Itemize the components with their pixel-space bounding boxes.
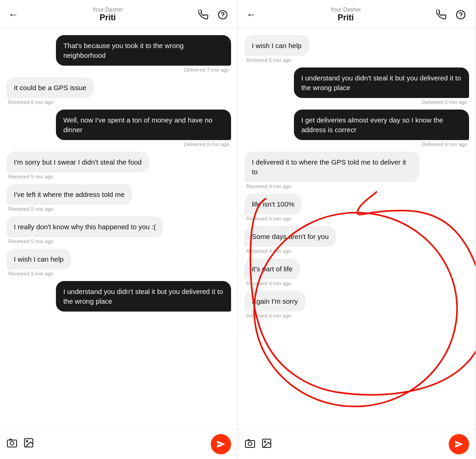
right-message-7: it's part of life Received 4 min ago	[244, 258, 469, 286]
right-bubble-3: I get deliveries almost every day so I k…	[294, 110, 469, 140]
left-camera-icon[interactable]	[6, 437, 18, 451]
left-timestamp-6: Received 5 min ago	[6, 239, 55, 244]
right-bubble-8: Again I'm sorry	[244, 291, 305, 312]
left-header: ← Your Dasher Priti	[0, 0, 238, 29]
left-timestamp-1: Delivered 7 min ago	[182, 67, 231, 73]
left-header-name: Priti	[92, 13, 123, 23]
right-phone-icon[interactable]	[435, 8, 448, 21]
right-bubble-2: I understand you didn't steal it but you…	[294, 67, 469, 98]
right-message-8: Again I'm sorry Received 4 min ago	[244, 291, 469, 318]
svg-point-3	[10, 441, 14, 445]
left-bubble-3: Well, now I've spent a ton of money and …	[56, 110, 231, 140]
right-header-sub: Your Dasher	[330, 6, 361, 13]
right-header-name: Priti	[330, 13, 361, 23]
left-header-sub: Your Dasher	[92, 6, 123, 13]
left-bubble-2: It could be a GPS issue	[6, 77, 94, 98]
right-header: ← Your Dasher Priti	[238, 0, 476, 29]
left-bottom-bar	[0, 429, 238, 459]
right-timestamp-5: Received 4 min ago	[244, 216, 293, 221]
right-image-icon[interactable]	[261, 438, 272, 451]
right-timestamp-2: Delivered 5 min ago	[420, 99, 469, 105]
right-timestamp-7: Received 4 min ago	[244, 281, 293, 286]
right-help-icon[interactable]	[454, 8, 467, 21]
right-header-center: Your Dasher Priti	[330, 6, 361, 23]
left-phone-icon[interactable]	[197, 8, 210, 21]
left-bubble-5: I've left it where the address told me	[6, 184, 132, 205]
left-message-6: I really don't know why this happened to…	[6, 216, 231, 244]
left-bubble-1: That's because you took it to the wrong …	[56, 35, 231, 66]
left-message-8: I understand you didn't steal it but you…	[6, 281, 231, 312]
right-timestamp-8: Received 4 min ago	[244, 313, 293, 318]
left-send-button[interactable]	[211, 434, 231, 454]
svg-point-5	[26, 441, 28, 442]
left-timestamp-5: Received 5 min ago	[6, 206, 55, 212]
right-message-4: I delivered it to where the GPS told me …	[244, 152, 469, 189]
right-message-6: Some days aren't for you Received 4 min …	[244, 226, 469, 254]
right-camera-icon[interactable]	[244, 438, 256, 451]
left-bubble-7: I wish I can help	[6, 249, 71, 269]
left-message-7: I wish I can help Received 5 min ago	[6, 249, 231, 276]
right-header-icons	[435, 8, 467, 21]
left-timestamp-7: Received 5 min ago	[6, 271, 55, 276]
right-chat-area: I wish I can help Received 5 min ago I u…	[238, 29, 476, 429]
right-bottom-bar	[238, 429, 476, 459]
right-message-5: life isn't 100% Received 4 min ago	[244, 194, 469, 221]
right-bubble-7: it's part of life	[244, 258, 300, 279]
left-image-icon[interactable]	[23, 437, 34, 451]
svg-point-11	[264, 441, 266, 442]
right-timestamp-3: Delivered 4 min ago	[420, 141, 469, 147]
left-header-center: Your Dasher Priti	[92, 6, 123, 23]
left-timestamp-3: Delivered 6 min ago	[182, 141, 231, 147]
left-panel: ← Your Dasher Priti That's because you t…	[0, 0, 238, 459]
left-message-4: I'm sorry but I swear I didn't steal the…	[6, 152, 231, 179]
right-timestamp-1: Received 5 min ago	[244, 57, 293, 63]
left-help-icon[interactable]	[216, 8, 229, 21]
left-message-5: I've left it where the address told me R…	[6, 184, 231, 212]
left-message-1: That's because you took it to the wrong …	[6, 35, 231, 73]
right-back-button[interactable]: ←	[246, 9, 256, 21]
left-back-button[interactable]: ←	[8, 9, 18, 21]
right-message-2: I understand you didn't steal it but you…	[244, 67, 469, 105]
right-bubble-6: Some days aren't for you	[244, 226, 336, 247]
right-message-3: I get deliveries almost every day so I k…	[244, 110, 469, 147]
right-timestamp-4: Received 4 min ago	[244, 184, 293, 189]
left-bubble-6: I really don't know why this happened to…	[6, 216, 163, 237]
right-message-1: I wish I can help Received 5 min ago	[244, 35, 469, 63]
left-timestamp-2: Received 6 min ago	[6, 99, 55, 105]
left-message-2: It could be a GPS issue Received 6 min a…	[6, 77, 231, 105]
left-header-icons	[197, 8, 229, 21]
right-bubble-1: I wish I can help	[244, 35, 309, 56]
svg-point-9	[248, 442, 252, 446]
left-timestamp-4: Received 5 min ago	[6, 174, 55, 179]
right-bubble-4: I delivered it to where the GPS told me …	[244, 152, 420, 182]
left-bubble-4: I'm sorry but I swear I didn't steal the…	[6, 152, 149, 172]
right-panel: ← Your Dasher Priti I wish I can help Re…	[238, 0, 476, 459]
right-bubble-5: life isn't 100%	[244, 194, 302, 214]
right-send-button[interactable]	[449, 434, 469, 454]
left-bubble-8: I understand you didn't steal it but you…	[56, 281, 231, 312]
left-chat-area: That's because you took it to the wrong …	[0, 29, 238, 429]
right-timestamp-6: Received 4 min ago	[244, 248, 293, 254]
left-message-3: Well, now I've spent a ton of money and …	[6, 110, 231, 147]
